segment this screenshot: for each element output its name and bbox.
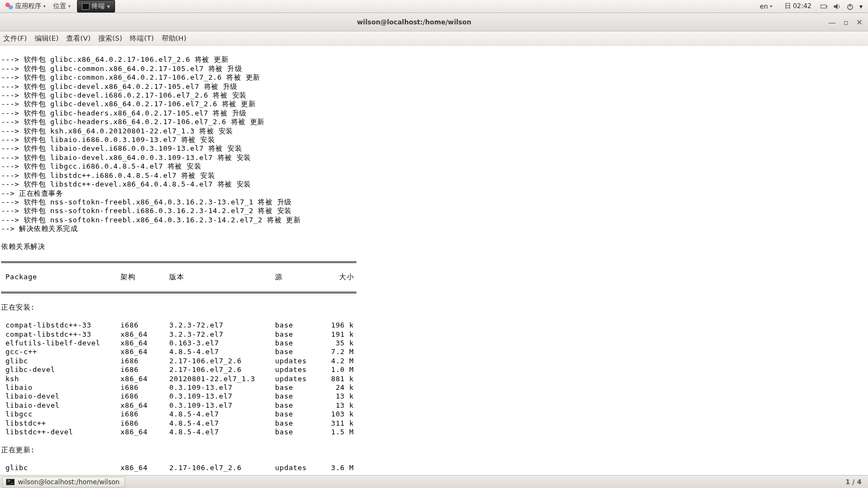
table-row: compat-libstdc++-33i6863.2.3-72.el7base1… (1, 321, 866, 330)
svg-rect-1 (826, 6, 827, 7)
cell-pkg: libgcc (1, 410, 120, 419)
chevron-down-icon: ▾ (68, 4, 71, 9)
cell-size: 35 k (327, 339, 354, 348)
cell-pkg: libaio (1, 383, 120, 392)
window-titlebar: wilson@localhost:/home/wilson — ▫ ✕ (0, 13, 868, 31)
cell-pkg: ksh (1, 375, 120, 383)
cell-ver: 0.3.109-13.el7 (169, 401, 275, 410)
col-size: 大小 (327, 273, 354, 281)
table-row: glibcx86_642.17-106.el7_2.6updates3.6 M (1, 464, 866, 472)
cell-size: 3.6 M (327, 464, 354, 472)
cell-arch: x86_64 (120, 428, 169, 436)
table-row: compat-libstdc++-33x86_643.2.3-72.el7bas… (1, 330, 866, 339)
table-row: kshx86_6420120801-22.el7_1.3updates881 k (1, 375, 866, 383)
cell-src: base (275, 339, 327, 348)
menu-file[interactable]: 文件(F) (3, 34, 27, 43)
cell-src: updates (275, 375, 327, 383)
workspace-label: 1 / 4 (846, 478, 861, 486)
places-menu[interactable]: 位置 ▾ (50, 2, 74, 11)
chevron-down-icon: ▾ (859, 3, 863, 10)
maximize-button[interactable]: ▫ (844, 18, 849, 27)
table-row: gcc-c++x86_644.8.5-4.el7base7.2 M (1, 348, 866, 356)
menu-view[interactable]: 查看(V) (66, 34, 91, 43)
cell-ver: 2.17-106.el7_2.6 (169, 365, 275, 374)
applications-label: 应用程序 (15, 2, 41, 11)
clock[interactable]: 日 02:42 (781, 2, 815, 11)
cell-ver: 20120801-22.el7_1.3 (169, 375, 275, 383)
menu-search[interactable]: 搜索(S) (98, 34, 122, 43)
window-title: wilson@localhost:/home/wilson (0, 18, 828, 26)
terminal-icon (82, 3, 90, 10)
cell-arch: x86_64 (120, 401, 169, 410)
cell-size: 881 k (327, 375, 354, 383)
cell-pkg: glibc (1, 357, 120, 365)
cell-arch: x86_64 (120, 375, 169, 383)
taskbar-label: wilson@localhost:/home/wilson (18, 478, 119, 486)
cell-pkg: glibc-devel (1, 365, 120, 374)
cell-src: base (275, 428, 327, 436)
updating-rows: glibcx86_642.17-106.el7_2.6updates3.6 M (1, 464, 866, 472)
cell-pkg: libstdc++-devel (1, 428, 120, 436)
cell-size: 4.2 M (327, 357, 354, 365)
cell-ver: 0.3.109-13.el7 (169, 383, 275, 392)
col-version: 版本 (169, 273, 275, 281)
battery-icon[interactable] (820, 3, 828, 10)
cell-size: 103 k (327, 410, 354, 419)
cell-arch: x86_64 (120, 339, 169, 348)
cell-size: 311 k (327, 419, 354, 428)
cell-pkg: glibc (1, 464, 120, 472)
cell-ver: 3.2.3-72.el7 (169, 330, 275, 339)
menu-terminal[interactable]: 终端(T) (130, 34, 154, 43)
minimize-button[interactable]: — (828, 18, 836, 27)
cell-arch: i686 (120, 365, 169, 374)
cell-ver: 2.17-106.el7_2.6 (169, 464, 275, 472)
cell-size: 1.0 M (327, 365, 354, 374)
input-method-indicator[interactable]: en ▾ (757, 3, 776, 10)
cell-size: 7.2 M (327, 348, 354, 356)
cell-src: base (275, 348, 327, 356)
cell-arch: i686 (120, 321, 169, 330)
installing-section-label: 正在安装: (1, 303, 866, 312)
table-row: glibci6862.17-106.el7_2.6updates4.2 M (1, 357, 866, 365)
taskbar-button[interactable]: wilson@localhost:/home/wilson (2, 477, 125, 487)
cell-size: 13 k (327, 392, 354, 401)
close-button[interactable]: ✕ (856, 18, 863, 27)
cell-src: updates (275, 464, 327, 472)
terminal-output[interactable]: ---> 软件包 glibc.x86_64.0.2.17-106.el7_2.6… (0, 46, 868, 475)
table-row: libstdc++-develx86_644.8.5-4.el7base1.5 … (1, 428, 866, 436)
power-icon[interactable] (846, 3, 854, 10)
cell-pkg: compat-libstdc++-33 (1, 321, 120, 330)
volume-icon[interactable] (833, 3, 841, 10)
updating-section-label: 正在更新: (1, 446, 866, 454)
cell-arch: x86_64 (120, 464, 169, 472)
menu-help[interactable]: 帮助(H) (162, 34, 187, 43)
applications-menu[interactable]: 应用程序 ▾ (2, 2, 49, 11)
table-row: libstdc++i6864.8.5-4.el7base311 k (1, 419, 866, 428)
cell-src: base (275, 410, 327, 419)
active-window-label: 终端 (92, 2, 105, 11)
chevron-down-icon: ▾ (43, 4, 46, 9)
cell-size: 13 k (327, 401, 354, 410)
cell-src: base (275, 401, 327, 410)
table-border-top (1, 261, 356, 263)
col-package: Package (1, 273, 120, 281)
table-row: libaio-develi6860.3.109-13.el7base13 k (1, 392, 866, 401)
table-row: libaioi6860.3.109-13.el7base24 k (1, 383, 866, 392)
cell-src: updates (275, 365, 327, 374)
svg-marker-2 (834, 4, 838, 9)
cell-ver: 4.8.5-4.el7 (169, 428, 275, 436)
clock-label: 日 02:42 (784, 2, 812, 11)
active-window-button[interactable]: 终端 ▾ (77, 0, 115, 12)
gnome-top-panel: 应用程序 ▾ 位置 ▾ 终端 ▾ en ▾ 日 02:42 ▾ (0, 0, 868, 13)
cell-pkg: elfutils-libelf-devel (1, 339, 120, 348)
table-border-mid (1, 292, 356, 293)
workspace-switcher[interactable]: 1 / 4 (846, 478, 866, 486)
cell-src: base (275, 321, 327, 330)
cell-ver: 4.8.5-4.el7 (169, 410, 275, 419)
cell-ver: 3.2.3-72.el7 (169, 321, 275, 330)
menu-edit[interactable]: 编辑(E) (35, 34, 59, 43)
chevron-down-icon: ▾ (107, 3, 110, 10)
cell-pkg: libstdc++ (1, 419, 120, 428)
svg-rect-0 (821, 5, 826, 8)
table-row: libgcci6864.8.5-4.el7base103 k (1, 410, 866, 419)
